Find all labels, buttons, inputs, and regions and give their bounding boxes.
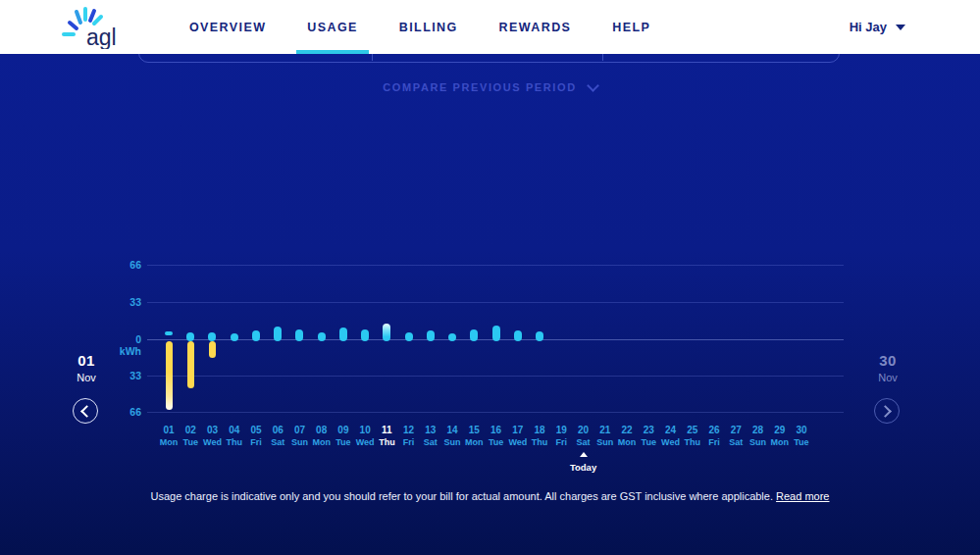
gridline [147,302,844,303]
y-axis-tick: 33 [102,296,141,308]
y-axis-tick: 66 [102,259,141,271]
period-start-month: Nov [57,372,116,383]
user-menu[interactable]: Hi Jay [850,20,905,34]
nav-item-rewards[interactable]: REWARDS [479,0,593,54]
usage-bar[interactable] [492,326,500,341]
top-nav-bar: agl OVERVIEWUSAGEBILLINGREWARDSHELP Hi J… [0,0,980,54]
agl-sunburst-icon: agl [61,6,116,49]
period-end-date: 30 Nov [858,352,917,383]
y-axis-tick: 66 [102,406,141,418]
nav-item-overview[interactable]: OVERVIEW [169,0,286,54]
usage-bar[interactable] [295,329,303,342]
chevron-left-icon [80,405,93,418]
disclaimer-text: Usage charge is indicative only and you … [151,490,773,502]
usage-bar[interactable] [165,331,173,335]
agl-logo-text: agl [86,25,116,49]
x-axis-day-name[interactable]: Tue [789,437,814,447]
usage-bar[interactable] [383,324,390,341]
agl-usage-page: COMPARE PREVIOUS PERIOD 663303366kWh01Mo… [0,0,980,555]
period-end-day: 30 [858,352,917,369]
usage-bar[interactable] [231,333,238,341]
today-label: Today [562,462,605,473]
usage-bar[interactable] [361,329,369,342]
usage-bar[interactable] [514,330,522,341]
usage-bar[interactable] [536,331,543,341]
compare-previous-period-label: COMPARE PREVIOUS PERIOD [383,81,576,93]
today-marker-icon [580,452,588,457]
usage-bar[interactable] [274,327,282,341]
chevron-down-icon [896,25,905,30]
usage-bar[interactable] [186,332,194,341]
nav-item-help[interactable]: HELP [592,0,671,54]
x-axis-day-number[interactable]: 30 [789,425,814,435]
read-more-link[interactable]: Read more [776,490,829,502]
solar-export-bar[interactable] [166,341,173,410]
y-axis-tick: 0 [102,333,141,345]
period-start-day: 01 [57,352,116,369]
usage-bar[interactable] [252,330,260,341]
gridline [147,412,844,413]
primary-nav: OVERVIEWUSAGEBILLINGREWARDSHELP [169,0,671,54]
usage-bar[interactable] [339,328,347,341]
solar-export-bar[interactable] [187,341,194,388]
usage-bar[interactable] [470,329,478,342]
usage-bar[interactable] [427,330,435,341]
nav-item-billing[interactable]: BILLING [379,0,479,54]
chevron-down-icon [587,79,599,92]
previous-period-button[interactable] [73,398,98,424]
agl-logo[interactable]: agl [61,6,116,49]
solar-export-bar[interactable] [209,341,216,358]
period-end-month: Nov [858,372,917,383]
nav-item-usage[interactable]: USAGE [286,0,378,54]
compare-previous-period-button[interactable]: COMPARE PREVIOUS PERIOD [0,81,980,93]
next-period-button[interactable] [874,398,900,424]
chevron-right-icon [879,405,892,418]
user-menu-label: Hi Jay [850,20,887,34]
usage-bar[interactable] [405,332,413,341]
usage-bar[interactable] [318,332,326,341]
gridline [147,265,844,266]
usage-disclaimer: Usage charge is indicative only and you … [0,490,980,502]
gridline [147,376,844,377]
period-start-date: 01 Nov [57,352,116,383]
